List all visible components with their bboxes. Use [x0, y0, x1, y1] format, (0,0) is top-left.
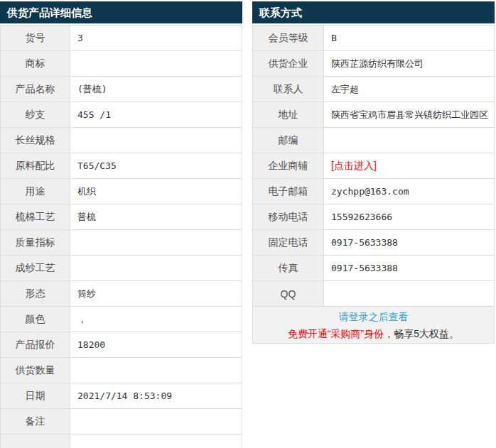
row-label: 会员等级	[253, 26, 324, 51]
login-to-view-link[interactable]: 请登录之后查看	[339, 308, 409, 325]
table-row: 企业商铺[点击进入]	[253, 153, 495, 179]
table-row: 邮编	[253, 128, 495, 153]
row-label: 质量指标	[1, 230, 70, 256]
table-row: 联系人左宇超	[253, 77, 495, 102]
row-label: 成纱工艺	[1, 256, 70, 281]
row-label: QQ	[253, 281, 324, 307]
contact-table: 会员等级B供货企业陕西芷源纺织有限公司联系人左宇超地址陕西省宝鸡市眉县常兴镇纺织…	[252, 25, 495, 307]
promo-text: 免费开通“采购商”身份，畅享5大权益。	[288, 325, 459, 342]
row-label: 联系人	[253, 77, 324, 102]
contact-title: 联系方式	[252, 1, 495, 23]
row-label: 用途	[1, 179, 70, 204]
row-label: 供货数量	[1, 358, 70, 383]
table-row: 产品名称(普梳)	[1, 77, 242, 102]
row-value: B	[324, 26, 495, 51]
table-row: 供货数量	[1, 358, 242, 383]
table-row: 电子邮箱zychpp@163.com	[253, 179, 495, 204]
row-value	[70, 230, 242, 256]
table-row: 备注	[1, 409, 242, 435]
row-value: 45S /1	[70, 102, 242, 128]
row-label: 梳棉工艺	[1, 204, 70, 230]
table-row: 形态筒纱	[1, 281, 242, 307]
table-row: 移动电话15592623666	[253, 204, 495, 230]
table-row: 颜色，	[1, 307, 242, 332]
row-label: 长丝规格	[1, 128, 70, 153]
row-value	[70, 409, 242, 435]
row-value: 机织	[70, 179, 242, 204]
table-row: 地址陕西省宝鸡市眉县常兴镇纺织工业园区	[253, 102, 495, 128]
row-label: 电子邮箱	[253, 179, 324, 204]
row-label: 形态	[1, 281, 70, 307]
row-label: 日期	[1, 383, 70, 409]
promo-text-rest: ，畅享5大权益。	[384, 328, 459, 339]
table-row: 纱支45S /1	[1, 102, 242, 128]
table-row: 传真0917-5633388	[253, 256, 495, 281]
row-value: 陕西芷源纺织有限公司	[324, 51, 495, 77]
row-label: 产品名称	[1, 77, 70, 102]
table-row: 长丝规格	[1, 128, 242, 153]
row-value	[324, 128, 495, 153]
table-row: 固定电话0917-5633388	[253, 230, 495, 256]
row-value: zychpp@163.com	[324, 179, 495, 204]
row-value: 2021/7/14 8:53:09	[70, 383, 242, 409]
row-value: 18200	[70, 332, 242, 358]
page: 供货产品详细信息 货号3商标产品名称(普梳)纱支45S /1长丝规格原料配比T6…	[0, 0, 496, 448]
row-value: 普梳	[70, 204, 242, 230]
row-value: (普梳)	[70, 77, 242, 102]
row-label: 商标	[1, 51, 70, 77]
table-row: 原料配比T65/C35	[1, 153, 242, 179]
row-label: 地址	[253, 102, 324, 128]
row-label: 供货企业	[253, 51, 324, 77]
table-row: 日期2021/7/14 8:53:09	[1, 383, 242, 409]
row-value: 筒纱	[70, 281, 242, 307]
row-value: 0917-5633388	[324, 230, 495, 256]
row-value: 0917-5633388	[324, 256, 495, 281]
row-value	[70, 358, 242, 383]
contact-panel: 联系方式 会员等级B供货企业陕西芷源纺织有限公司联系人左宇超地址陕西省宝鸡市眉县…	[252, 0, 495, 344]
table-row: 用途机织	[1, 179, 242, 204]
product-detail-table: 货号3商标产品名称(普梳)纱支45S /1长丝规格原料配比T65/C35用途机织…	[0, 25, 242, 448]
table-row: 货号3	[1, 26, 242, 51]
table-row: 商标	[1, 51, 242, 77]
table-row: QQ	[253, 281, 495, 307]
row-label: 移动电话	[253, 204, 324, 230]
table-row: 供货企业陕西芷源纺织有限公司	[253, 51, 495, 77]
product-detail-title: 供货产品详细信息	[0, 1, 242, 23]
promo-text-red: 免费开通“采购商”身份	[288, 328, 384, 339]
row-label: 颜色	[1, 307, 70, 332]
table-row	[1, 435, 242, 448]
row-value: T65/C35	[70, 153, 242, 179]
row-label	[1, 435, 70, 448]
row-label: 传真	[253, 256, 324, 281]
row-label: 邮编	[253, 128, 324, 153]
product-detail-panel: 供货产品详细信息 货号3商标产品名称(普梳)纱支45S /1长丝规格原料配比T6…	[0, 0, 242, 448]
row-value	[70, 256, 242, 281]
shop-enter-link[interactable]: [点击进入]	[331, 160, 377, 171]
table-row: 梳棉工艺普梳	[1, 204, 242, 230]
row-value	[70, 51, 242, 77]
table-row: 质量指标	[1, 230, 242, 256]
row-label: 产品报价	[1, 332, 70, 358]
row-label: 企业商铺	[253, 153, 324, 179]
row-label: 原料配比	[1, 153, 70, 179]
row-label: 纱支	[1, 102, 70, 128]
row-value: 陕西省宝鸡市眉县常兴镇纺织工业园区	[324, 102, 495, 128]
table-row: 产品报价18200	[1, 332, 242, 358]
row-value	[70, 435, 242, 448]
table-row: 会员等级B	[253, 26, 495, 51]
row-value	[324, 281, 495, 307]
table-row: 成纱工艺	[1, 256, 242, 281]
row-value	[70, 128, 242, 153]
row-label: 备注	[1, 409, 70, 435]
row-value: [点击进入]	[324, 153, 495, 179]
row-value: 左宇超	[324, 77, 495, 102]
row-value: 3	[70, 26, 242, 51]
login-notice: 请登录之后查看 免费开通“采购商”身份，畅享5大权益。	[252, 307, 495, 344]
row-label: 货号	[1, 26, 70, 51]
row-value: 15592623666	[324, 204, 495, 230]
row-value: ，	[70, 307, 242, 332]
row-label: 固定电话	[253, 230, 324, 256]
